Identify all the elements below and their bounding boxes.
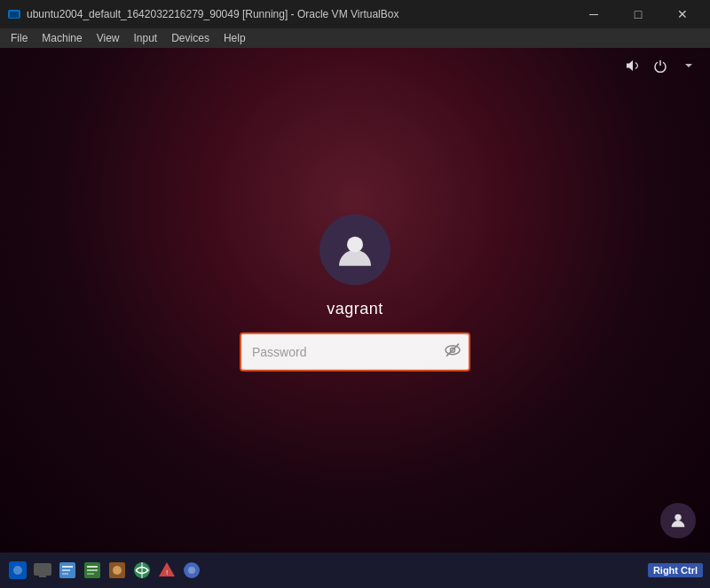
bottom-user-icon[interactable] — [660, 503, 696, 538]
chevron-down-icon[interactable] — [678, 55, 699, 76]
minimize-button[interactable]: ─ — [573, 0, 614, 28]
svg-rect-9 — [34, 563, 51, 576]
svg-rect-12 — [62, 566, 73, 568]
close-button[interactable]: ✕ — [662, 0, 703, 28]
menu-help[interactable]: Help — [217, 30, 253, 46]
show-password-icon[interactable] — [444, 341, 462, 362]
svg-rect-14 — [62, 573, 68, 575]
volume-icon[interactable] — [621, 55, 643, 76]
taskbar-icon-8[interactable] — [181, 560, 202, 581]
svg-point-8 — [13, 566, 22, 575]
login-container: vagrant — [240, 214, 470, 371]
password-input[interactable] — [240, 332, 470, 371]
svg-rect-18 — [87, 573, 94, 575]
taskbar-icon-5[interactable] — [106, 560, 128, 581]
svg-point-6 — [674, 514, 681, 521]
password-wrapper — [240, 332, 470, 371]
taskbar-icon-6[interactable] — [131, 560, 153, 581]
username-label: vagrant — [327, 299, 383, 318]
menu-file[interactable]: File — [4, 30, 35, 46]
svg-rect-16 — [87, 566, 98, 568]
svg-rect-1 — [10, 12, 19, 18]
power-icon[interactable] — [650, 55, 671, 76]
taskbar-icon-2[interactable] — [32, 560, 53, 581]
menu-machine[interactable]: Machine — [35, 30, 89, 46]
svg-rect-17 — [87, 569, 98, 571]
taskbar-icon-3[interactable] — [57, 560, 78, 581]
svg-rect-10 — [39, 576, 46, 577]
vm-top-controls — [621, 55, 699, 76]
taskbar-icon-4[interactable] — [82, 560, 103, 581]
menu-devices[interactable]: Devices — [164, 30, 217, 46]
window-title: ubuntu2004_default_1642032216279_90049 [… — [27, 8, 398, 20]
svg-point-20 — [113, 566, 122, 575]
right-ctrl-badge: Right Ctrl — [648, 563, 703, 577]
taskbar-icon-1[interactable] — [7, 560, 28, 581]
taskbar: ! Right Ctrl — [0, 553, 710, 588]
svg-text:!: ! — [166, 568, 168, 576]
title-bar-left: ubuntu2004_default_1642032216279_90049 [… — [7, 7, 398, 21]
menu-bar: File Machine View Input Devices Help — [0, 28, 710, 48]
user-avatar — [320, 214, 390, 285]
svg-point-26 — [188, 567, 195, 574]
virtualbox-icon — [7, 7, 21, 21]
menu-view[interactable]: View — [90, 30, 127, 46]
svg-rect-13 — [62, 569, 70, 571]
vm-screen[interactable]: vagrant — [0, 48, 710, 553]
maximize-button[interactable]: □ — [618, 0, 659, 28]
title-bar: ubuntu2004_default_1642032216279_90049 [… — [0, 0, 710, 28]
menu-input[interactable]: Input — [127, 30, 165, 46]
taskbar-left: ! — [7, 560, 202, 581]
taskbar-icon-7[interactable]: ! — [156, 560, 178, 581]
taskbar-right: Right Ctrl — [648, 563, 703, 577]
window-controls: ─ □ ✕ — [573, 0, 703, 28]
